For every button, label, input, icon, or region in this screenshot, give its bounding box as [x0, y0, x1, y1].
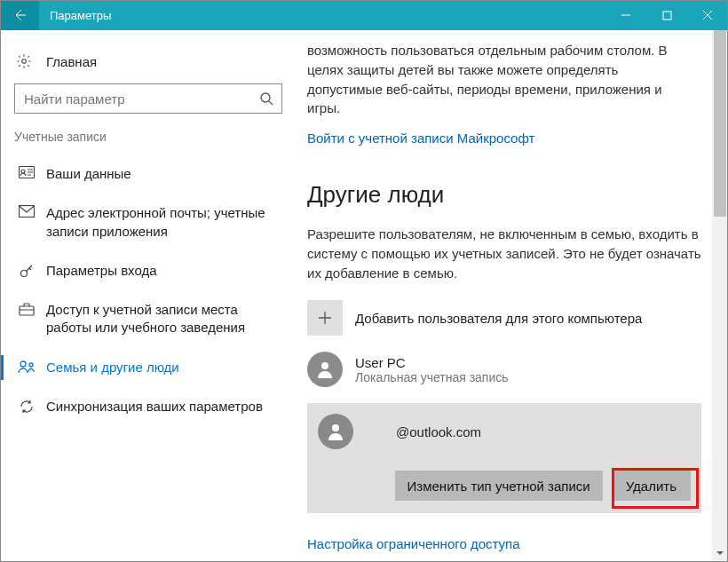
account-sub: Локальная учетная запись	[355, 370, 509, 384]
plus-icon	[307, 300, 343, 336]
key-icon	[16, 263, 37, 279]
account-name: @outlook.com	[366, 424, 481, 439]
gear-icon	[16, 53, 32, 69]
sidebar-item-work-school[interactable]: Доступ к учетной записи места работы или…	[0, 290, 297, 348]
settings-main-panel: возможность пользоваться отдельным рабоч…	[297, 30, 712, 561]
sync-icon	[16, 399, 37, 415]
svg-point-11	[332, 424, 339, 431]
nav-home[interactable]: Главная	[0, 48, 297, 83]
sidebar-item-email[interactable]: Адрес электронной почты; учетные записи …	[0, 194, 297, 251]
sidebar-item-label: Синхронизация ваших параметров	[46, 398, 263, 416]
back-button[interactable]	[0, 0, 39, 30]
minimize-button[interactable]	[605, 0, 646, 30]
maximize-button[interactable]	[646, 0, 687, 30]
sidebar-item-label: Параметры входа	[46, 262, 157, 280]
sidebar-item-label: Доступ к учетной записи места работы или…	[46, 301, 282, 337]
sidebar-item-sync[interactable]: Синхронизация ваших параметров	[0, 387, 297, 426]
delete-account-button[interactable]: Удалить	[612, 471, 691, 501]
briefcase-icon	[16, 302, 37, 316]
restricted-access-link[interactable]: Настройка ограниченного доступа	[307, 529, 520, 558]
svg-point-1	[22, 59, 27, 64]
sidebar-item-family[interactable]: Семья и другие люди	[0, 348, 297, 387]
sidebar-section-head: Учетные записи	[0, 130, 297, 154]
other-people-heading: Другие люди	[307, 181, 701, 209]
svg-point-6	[21, 270, 28, 276]
minimize-icon	[621, 10, 631, 20]
avatar-icon	[307, 352, 343, 387]
people-icon	[16, 360, 37, 374]
window-title: Параметры	[39, 9, 605, 22]
family-intro-text: возможность пользоваться отдельным рабоч…	[307, 30, 701, 123]
add-user-row[interactable]: Добавить пользователя для этого компьюте…	[307, 300, 701, 336]
svg-point-8	[20, 361, 26, 367]
signin-ms-link[interactable]: Войти с учетной записи Майкрософт	[307, 123, 534, 153]
add-user-label: Добавить пользователя для этого компьюте…	[355, 311, 642, 326]
mail-icon	[16, 205, 37, 218]
settings-sidebar: Главная Учетные записи Ваши данные Адрес…	[0, 30, 297, 561]
sidebar-item-label: Ваши данные	[46, 165, 131, 183]
svg-point-9	[29, 363, 33, 367]
other-people-desc: Разрешите пользователям, не включенным в…	[307, 225, 701, 282]
home-label: Главная	[46, 54, 97, 69]
window-controls	[605, 0, 728, 30]
sidebar-item-signin-options[interactable]: Параметры входа	[0, 251, 297, 290]
svg-point-4	[21, 170, 25, 173]
sidebar-item-label: Адрес электронной почты; учетные записи …	[46, 204, 282, 241]
search-icon	[259, 91, 273, 106]
vertical-scrollbar[interactable]	[712, 30, 728, 561]
close-button[interactable]	[687, 0, 728, 30]
close-icon	[702, 10, 713, 20]
account-row-outlook-selected[interactable]: @outlook.com Изменить тип учетной записи…	[307, 403, 701, 513]
svg-rect-0	[663, 12, 671, 20]
svg-rect-7	[20, 306, 34, 315]
search-wrap	[14, 83, 282, 114]
arrow-left-icon	[12, 7, 28, 23]
maximize-icon	[662, 11, 672, 20]
scrollbar-arrow-down[interactable]	[712, 549, 728, 558]
change-account-type-button[interactable]: Изменить тип учетной записи	[395, 471, 603, 501]
account-row-userpc[interactable]: User PC Локальная учетная запись	[307, 352, 701, 387]
person-card-icon	[16, 166, 37, 178]
account-name: User PC	[355, 355, 509, 370]
search-input[interactable]	[14, 83, 282, 114]
titlebar: Параметры	[0, 0, 728, 30]
svg-point-2	[261, 93, 270, 102]
svg-point-10	[321, 362, 328, 369]
scrollbar-thumb[interactable]	[714, 30, 726, 217]
sidebar-item-your-info[interactable]: Ваши данные	[0, 154, 297, 194]
sidebar-item-label: Семья и другие люди	[46, 359, 179, 376]
avatar-icon	[318, 414, 353, 449]
